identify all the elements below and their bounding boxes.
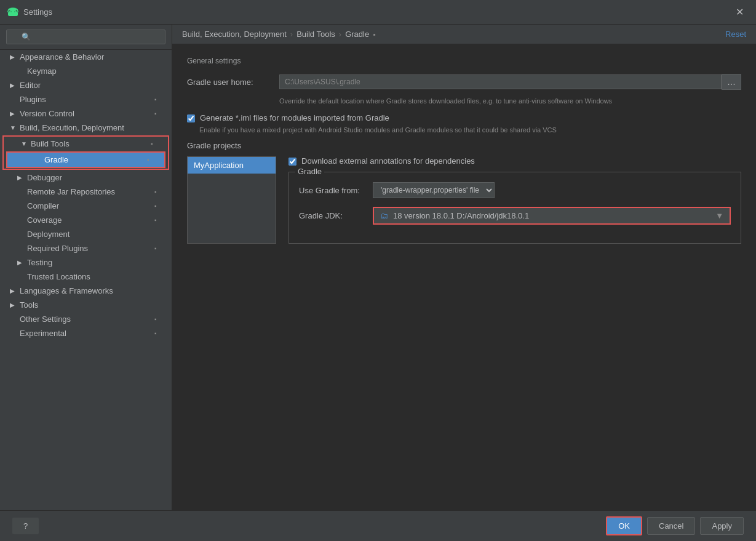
sidebar-item-version-control[interactable]: ▶ Version Control ▪	[0, 106, 172, 121]
expand-arrow: ▼	[10, 124, 18, 131]
content-scroll: General settings Gradle user home: … Ove…	[172, 44, 756, 510]
sidebar-item-experimental[interactable]: Experimental ▪	[0, 326, 172, 340]
apply-button[interactable]: Apply	[700, 517, 744, 535]
svg-point-6	[10, 11, 12, 12]
expand-arrow: ▶	[17, 259, 26, 266]
svg-point-7	[14, 11, 15, 12]
help-button[interactable]: ?	[12, 518, 39, 534]
sidebar-item-deployment[interactable]: Deployment	[0, 227, 172, 241]
expand-arrow: ▶	[10, 287, 18, 294]
reset-button[interactable]: Reset	[725, 30, 746, 39]
expand-arrow: ▼	[21, 140, 30, 147]
app-icon	[7, 7, 18, 18]
content-area: Build, Execution, Deployment › Build Too…	[172, 25, 756, 510]
gradle-user-home-hint: Override the default location where Grad…	[279, 97, 741, 105]
sidebar-item-keymap[interactable]: Keymap	[0, 64, 172, 78]
settings-icon: ▪	[154, 110, 164, 117]
sidebar-item-other-settings[interactable]: Other Settings ▪	[0, 312, 172, 326]
download-annotations-checkbox[interactable]	[288, 158, 296, 166]
general-settings-title: General settings	[187, 57, 741, 65]
sidebar-item-tools[interactable]: ▶ Tools	[0, 298, 172, 312]
settings-icon: ▪	[154, 330, 164, 337]
sidebar-item-debugger[interactable]: ▶ Debugger	[0, 170, 172, 185]
svg-line-2	[8, 9, 9, 12]
breadcrumb-sep-2: ›	[339, 30, 341, 39]
generate-iml-label[interactable]: Generate *.iml files for modules importe…	[200, 113, 389, 122]
gradle-section-label: Gradle	[295, 167, 324, 176]
sidebar-item-testing[interactable]: ▶ Testing	[0, 255, 172, 270]
download-annotations-row: Download external annotations for depend…	[288, 156, 741, 166]
breadcrumb-icon: ▪	[373, 30, 375, 39]
use-gradle-from-select[interactable]: 'gradle-wrapper.properties' file Specifi…	[373, 182, 495, 198]
use-gradle-from-row: Use Gradle from: 'gradle-wrapper.propert…	[299, 182, 731, 198]
sidebar-item-remote-jar[interactable]: Remote Jar Repositories ▪	[0, 185, 172, 199]
gradle-item-wrapper: Gradle ▪	[6, 151, 165, 168]
project-list: MyApplication	[187, 156, 276, 244]
settings-icon: ▪	[151, 140, 161, 147]
projects-container: MyApplication Download external annotati…	[187, 156, 741, 244]
svg-rect-5	[9, 10, 17, 16]
generate-iml-hint: Enable if you have a mixed project with …	[199, 126, 741, 134]
cancel-button[interactable]: Cancel	[647, 517, 695, 535]
settings-icon: ▪	[154, 96, 164, 103]
settings-icon: ▪	[154, 245, 164, 252]
expand-arrow: ▶	[17, 174, 26, 181]
sidebar-item-required-plugins[interactable]: Required Plugins ▪	[0, 241, 172, 255]
gradle-user-home-browse-button[interactable]: …	[722, 74, 741, 90]
jdk-dropdown-arrow-icon: ▼	[715, 211, 723, 220]
jdk-folder-icon: 🗂	[380, 211, 388, 220]
svg-line-3	[17, 9, 18, 12]
button-bar: ? OK Cancel Apply	[0, 510, 756, 541]
close-button[interactable]: ✕	[731, 4, 749, 20]
sidebar-item-languages[interactable]: ▶ Languages & Frameworks	[0, 284, 172, 298]
breadcrumb-sep-1: ›	[290, 30, 293, 39]
jdk-value: 18 version 18.0.1 D:/Android/jdk18.0.1	[393, 211, 529, 220]
settings-icon: ▪	[154, 202, 164, 209]
title-bar: Settings ✕	[0, 0, 756, 25]
ok-button[interactable]: OK	[606, 516, 642, 535]
settings-icon: ▪	[154, 316, 164, 323]
gradle-user-home-input[interactable]	[279, 74, 722, 89]
gradle-jdk-row: Gradle JDK: 🗂 18 version 18.0.1 D:/Andro…	[299, 207, 731, 225]
gradle-projects-section: Gradle projects MyApplication Download e…	[187, 141, 741, 244]
sidebar-item-compiler[interactable]: Compiler ▪	[0, 199, 172, 213]
breadcrumb-item-2: Build Tools	[296, 30, 335, 39]
gradle-section: Gradle Use Gradle from: 'gradle-wrapper.…	[288, 172, 741, 244]
generate-iml-checkbox[interactable]	[187, 114, 195, 122]
expand-arrow: ▶	[10, 82, 18, 89]
sidebar-item-plugins[interactable]: Plugins ▪	[0, 92, 172, 106]
project-item-myapplication[interactable]: MyApplication	[188, 157, 276, 174]
use-gradle-from-label: Use Gradle from:	[299, 186, 373, 195]
sidebar-item-trusted-locations[interactable]: Trusted Locations	[0, 270, 172, 284]
gradle-projects-label: Gradle projects	[187, 141, 741, 150]
settings-icon: ▪	[154, 188, 164, 195]
sidebar-item-appearance[interactable]: ▶ Appearance & Behavior	[0, 50, 172, 64]
gradle-jdk-label: Gradle JDK:	[299, 211, 373, 220]
window-title: Settings	[23, 7, 52, 17]
sidebar-item-coverage[interactable]: Coverage ▪	[0, 213, 172, 227]
sidebar-item-gradle[interactable]: Gradle ▪	[7, 153, 164, 167]
settings-icon: ▪	[154, 217, 164, 223]
gradle-user-home-input-wrap: …	[279, 74, 741, 90]
gradle-jdk-dropdown[interactable]: 🗂 18 version 18.0.1 D:/Android/jdk18.0.1…	[373, 207, 731, 225]
sidebar-item-build-execution[interactable]: ▼ Build, Execution, Deployment	[0, 121, 172, 135]
sidebar-item-build-tools[interactable]: ▼ Build Tools ▪	[4, 137, 168, 151]
expand-arrow: ▶	[10, 54, 18, 60]
breadcrumb-item-3: Gradle	[345, 30, 369, 39]
gradle-user-home-row: Gradle user home: …	[187, 74, 741, 90]
generate-iml-row: Generate *.iml files for modules importe…	[187, 113, 741, 122]
project-settings: Download external annotations for depend…	[276, 156, 741, 244]
expand-arrow: ▶	[10, 302, 18, 308]
sidebar: 🔍 ▶ Appearance & Behavior Keymap ▶ Edito…	[0, 25, 172, 510]
breadcrumb-bar: Build, Execution, Deployment › Build Too…	[172, 25, 756, 44]
download-annotations-label[interactable]: Download external annotations for depend…	[301, 156, 475, 166]
main-container: 🔍 ▶ Appearance & Behavior Keymap ▶ Edito…	[0, 25, 756, 510]
search-container: 🔍	[0, 25, 172, 50]
breadcrumb-item-1: Build, Execution, Deployment	[182, 30, 287, 39]
search-wrapper: 🔍	[6, 30, 165, 44]
build-tools-group: ▼ Build Tools ▪ Gradle ▪	[2, 135, 169, 170]
sidebar-item-editor[interactable]: ▶ Editor	[0, 78, 172, 92]
expand-arrow: ▶	[10, 110, 18, 117]
search-input[interactable]	[6, 30, 165, 44]
gradle-user-home-label: Gradle user home:	[187, 78, 279, 87]
